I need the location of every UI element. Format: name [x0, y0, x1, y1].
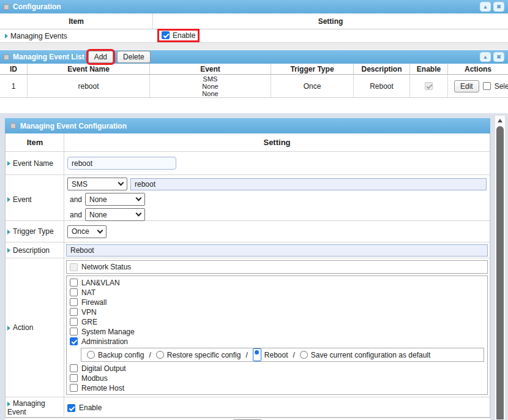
edit-button[interactable]: Edit — [454, 80, 479, 92]
cell-trigger-type: Once — [271, 75, 354, 97]
and-label: and — [67, 211, 82, 219]
firewall-checkbox[interactable] — [70, 298, 78, 306]
column-header-trigger-type: Trigger Type — [271, 64, 354, 74]
screen: Configuration ▲ ✖ Item Setting Managing … — [0, 0, 508, 420]
managing-events-row: Managing Events Enable — [0, 29, 508, 43]
vpn-label: VPN — [81, 308, 97, 317]
annotation-highlight-enable: Enable — [159, 31, 198, 40]
enable-label: Enable — [173, 31, 195, 40]
scrollbar-thumb[interactable] — [496, 126, 504, 419]
description-label: Description — [13, 246, 50, 255]
lan-vlan-label: LAN&VLAN — [81, 279, 120, 287]
managing-event-row: Managing Event Enable — [6, 397, 490, 417]
radio-separator: / — [244, 351, 248, 359]
event-name-row: Event Name reboot — [6, 152, 490, 175]
panel-title: Managing Event Configuration — [20, 122, 127, 130]
event-list-column-header: ID Event Name Event Trigger Type Descrip… — [0, 64, 508, 75]
row-arrow-icon — [5, 34, 8, 39]
digital-output-label: Digital Output — [81, 364, 126, 373]
section-divider — [0, 43, 508, 50]
event-text-input[interactable]: reboot — [130, 178, 487, 190]
chevron-down-icon — [97, 227, 103, 233]
trigger-type-select[interactable]: Once — [67, 225, 106, 238]
digital-output-checkbox[interactable] — [70, 364, 78, 372]
trigger-type-label: Trigger Type — [13, 227, 54, 236]
cell-actions: Edit Select — [448, 75, 508, 97]
select-checkbox[interactable] — [483, 82, 491, 90]
managing-events-label: Managing Events — [10, 32, 67, 40]
close-icon[interactable]: ✖ — [493, 52, 504, 62]
reboot-label: Reboot — [264, 351, 288, 359]
cell-id: 1 — [0, 75, 28, 97]
description-input[interactable]: Reboot — [66, 244, 488, 257]
backup-config-radio[interactable] — [87, 351, 95, 359]
section-gap — [0, 98, 508, 113]
collapse-icon[interactable]: ▲ — [480, 2, 491, 12]
vertical-scrollbar[interactable] — [495, 115, 506, 420]
configuration-panel-header: Configuration ▲ ✖ — [0, 0, 508, 13]
managing-events-enable-checkbox[interactable] — [162, 31, 170, 39]
action-group-box: LAN&VLAN NAT Firewall VPN GRE System Man… — [66, 276, 488, 395]
nat-label: NAT — [81, 288, 95, 297]
event-config-panel: Managing Event Configuration Item Settin… — [5, 118, 490, 420]
cell-event: SMS None None — [150, 75, 271, 97]
event-name-input[interactable]: reboot — [67, 157, 176, 170]
column-header-description: Description — [354, 64, 410, 74]
event-and2-select[interactable]: None — [85, 208, 145, 221]
event-and1-select[interactable]: None — [85, 193, 145, 206]
enable-label: Enable — [79, 403, 102, 412]
close-icon[interactable]: ✖ — [493, 2, 504, 12]
delete-button[interactable]: Delete — [117, 51, 151, 63]
chevron-down-icon — [136, 195, 142, 201]
modbus-label: Modbus — [81, 374, 108, 383]
managing-event-label: Managing Event — [7, 399, 45, 416]
remote-host-checkbox[interactable] — [70, 384, 78, 392]
gre-checkbox[interactable] — [70, 318, 78, 326]
save-default-radio[interactable] — [300, 351, 308, 359]
event-type-select[interactable]: SMS — [67, 178, 127, 190]
system-manage-checkbox[interactable] — [70, 328, 78, 336]
collapse-icon[interactable]: ▲ — [480, 52, 491, 62]
lan-vlan-checkbox[interactable] — [70, 279, 78, 287]
event-config-region: Managing Event Configuration Item Settin… — [0, 113, 508, 420]
vpn-checkbox[interactable] — [70, 308, 78, 316]
column-header-setting: Setting — [153, 13, 508, 29]
nat-checkbox[interactable] — [70, 288, 78, 296]
firewall-label: Firewall — [81, 298, 106, 307]
panel-title: Managing Event List — [13, 53, 84, 61]
system-manage-label: System Manage — [81, 328, 135, 336]
event-list-panel-header: Managing Event List Add Delete ▲ ✖ — [0, 50, 508, 64]
administration-checkbox[interactable] — [70, 337, 78, 345]
modbus-checkbox[interactable] — [70, 374, 78, 382]
backup-config-label: Backup config — [98, 351, 144, 359]
managing-event-enable-checkbox[interactable] — [67, 404, 75, 412]
column-header-event: Event — [150, 64, 271, 74]
action-label: Action — [13, 323, 33, 332]
restore-config-label: Restore specific config — [167, 351, 241, 359]
cell-enable — [410, 75, 448, 97]
table-row: 1 reboot SMS None None Once Reboot Edit … — [0, 75, 508, 98]
network-status-box: Network Status — [66, 260, 488, 274]
scroll-up-button[interactable] — [495, 116, 505, 126]
network-status-label: Network Status — [81, 263, 131, 271]
row-arrow-icon — [7, 230, 10, 234]
column-header-id: ID — [0, 64, 28, 74]
column-header-item: Item — [6, 133, 64, 151]
column-header-event-name: Event Name — [28, 64, 150, 74]
event-name-label: Event Name — [13, 159, 53, 168]
config-column-header: Item Setting — [6, 133, 490, 152]
gre-label: GRE — [81, 318, 97, 326]
add-button[interactable]: Add — [88, 51, 113, 63]
cell-description: Reboot — [354, 75, 410, 97]
panel-icon — [10, 123, 16, 129]
radio-separator: / — [148, 351, 152, 359]
column-header-actions: Actions — [448, 64, 508, 74]
restore-config-radio[interactable] — [156, 351, 164, 359]
event-line-1: SMS — [202, 75, 218, 83]
reboot-radio[interactable] — [253, 348, 261, 361]
select-label: Select — [495, 82, 508, 91]
event-config-panel-header: Managing Event Configuration — [5, 118, 490, 133]
chevron-down-icon — [136, 211, 142, 217]
administration-label: Administration — [81, 337, 128, 346]
event-row: Event SMS reboot and None and None — [6, 175, 490, 221]
